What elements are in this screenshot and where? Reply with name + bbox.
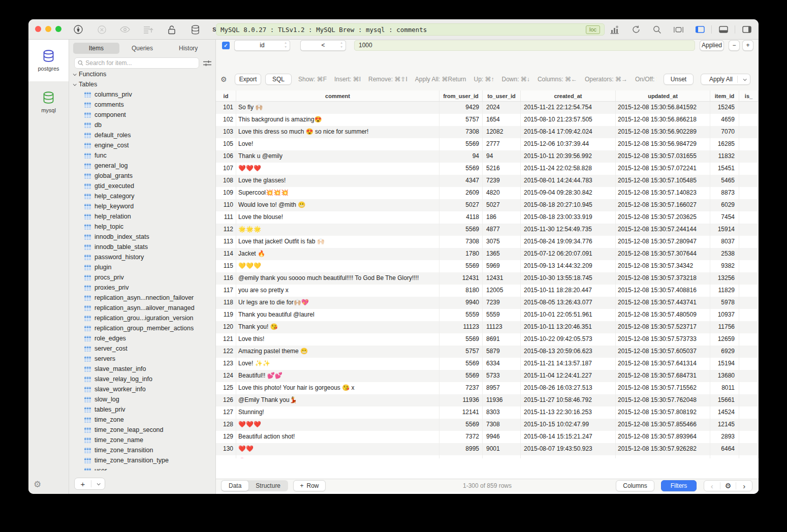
- cell-created-at[interactable]: 2015-10-11 20:39:56.992: [521, 150, 616, 163]
- cell-from-user-id[interactable]: 5569: [439, 333, 483, 346]
- cell-id[interactable]: 128: [216, 419, 236, 431]
- cell-created-at[interactable]: 2015-08-14 17:09:42.024: [521, 126, 616, 138]
- tab-structure[interactable]: Structure: [248, 481, 288, 491]
- cell-from-user-id[interactable]: 5569: [439, 163, 483, 175]
- cell-created-at[interactable]: 2015-11-24 22:02:58.828: [521, 163, 616, 175]
- cell-item-id[interactable]: 8873: [710, 187, 739, 199]
- cell-id[interactable]: 130: [216, 443, 236, 455]
- cell-is[interactable]: [739, 431, 759, 443]
- cell-item-id[interactable]: 15661: [710, 394, 739, 406]
- settings-gear-icon[interactable]: ⚙: [34, 479, 41, 490]
- cell-id[interactable]: 112: [216, 224, 236, 236]
- sidebar-item-table[interactable]: time_zone_leap_second: [69, 425, 215, 435]
- cell-from-user-id[interactable]: 94: [439, 150, 483, 163]
- cell-comment[interactable]: Love the blouse!: [236, 211, 439, 224]
- search-input[interactable]: [85, 59, 196, 67]
- table-row[interactable]: 112 🌟🌟🌟 5569 4877 2015-11-30 12:54:49.73…: [216, 224, 759, 236]
- cell-created-at[interactable]: 2015-10-15 10:02:47.99: [521, 419, 616, 431]
- cell-from-user-id[interactable]: 12141: [439, 406, 483, 419]
- cell-to-user-id[interactable]: 5879: [483, 346, 521, 358]
- cell-updated-at[interactable]: 2015-12-08 15:30:57.641314: [616, 358, 710, 370]
- cell-id[interactable]: 126: [216, 394, 236, 406]
- cell-updated-at[interactable]: 2015-12-08 15:30:57.605037: [616, 346, 710, 358]
- cell-comment[interactable]: Would love to! @mith 😬: [236, 199, 439, 211]
- cell-id[interactable]: 131: [216, 455, 236, 458]
- cell-updated-at[interactable]: 2015-12-08 15:30:57.855466: [616, 419, 710, 431]
- table-row[interactable]: 113 Love that jacket! Outfit is fab 🙌🏻 7…: [216, 236, 759, 248]
- cell-from-user-id[interactable]: 4118: [439, 211, 483, 224]
- cell-to-user-id[interactable]: 4877: [483, 224, 521, 236]
- cell-updated-at[interactable]: 2015-12-08 15:30:57.762048: [616, 394, 710, 406]
- cell-item-id[interactable]: 14524: [710, 406, 739, 419]
- cell-from-user-id[interactable]: 5569: [439, 358, 483, 370]
- cell-from-user-id[interactable]: 5569: [439, 138, 483, 150]
- cell-updated-at[interactable]: 2015-12-08 15:30:57.072241: [616, 163, 710, 175]
- cell-to-user-id[interactable]: 5559: [483, 309, 521, 321]
- cell-to-user-id[interactable]: 12431: [483, 272, 521, 285]
- cell-updated-at[interactable]: 2015-12-08 15:30:57.893964: [616, 431, 710, 443]
- tab-queries[interactable]: Queries: [119, 43, 166, 54]
- cell-comment[interactable]: ❤️❤️: [236, 443, 439, 455]
- cell-id[interactable]: 118: [216, 297, 236, 309]
- columns-button[interactable]: Columns: [616, 480, 654, 491]
- cell-from-user-id[interactable]: 5569: [439, 370, 483, 382]
- connection-title-field[interactable]: MySQL 8.0.27 : TLSv1.2 : MySQL Brew : my…: [216, 23, 605, 36]
- cell-created-at[interactable]: 2015-08-26 16:03:27.513: [521, 382, 616, 394]
- cell-comment[interactable]: Stunning!: [236, 406, 439, 419]
- cell-created-at[interactable]: 2015-11-30 12:54:49.735: [521, 224, 616, 236]
- sidebar-item-table[interactable]: plugin: [69, 262, 215, 272]
- table-row[interactable]: 119 Thank you beautiful @laurel 5559 555…: [216, 309, 759, 321]
- filter-enabled-checkbox[interactable]: ✓: [222, 42, 230, 49]
- connect-icon[interactable]: [73, 24, 83, 35]
- table-row[interactable]: 117 you are so pretty x 8180 12005 2015-…: [216, 285, 759, 297]
- table-row[interactable]: 125 Love this photo! Your hair is gorgeo…: [216, 382, 759, 394]
- cell-comment[interactable]: ❤️❤️❤️: [236, 419, 439, 431]
- cell-item-id[interactable]: 13256: [710, 272, 739, 285]
- cell-updated-at[interactable]: 2015-12-08 15:30:57.715562: [616, 382, 710, 394]
- cell-from-user-id[interactable]: 5569: [439, 419, 483, 431]
- cell-is[interactable]: [739, 455, 759, 458]
- cell-item-id[interactable]: 12659: [710, 333, 739, 346]
- column-header-created-at[interactable]: created_at: [521, 90, 616, 101]
- close-window-button[interactable]: [35, 26, 41, 32]
- cell-comment[interactable]: Amazing pastel theme 😬: [236, 346, 439, 358]
- cell-item-id[interactable]: 12145: [710, 419, 739, 431]
- cell-to-user-id[interactable]: 8303: [483, 406, 521, 419]
- unset-button[interactable]: Unset: [664, 74, 694, 85]
- cell-comment[interactable]: Thank you beautiful @laurel: [236, 309, 439, 321]
- cell-from-user-id[interactable]: 9429: [439, 102, 483, 114]
- table-row[interactable]: 131 🌸 5569 7910 2015-08-24 21:08:52.771 …: [216, 455, 759, 458]
- sidebar-item-table[interactable]: slave_worker_info: [69, 384, 215, 394]
- cell-id[interactable]: 124: [216, 370, 236, 382]
- cell-from-user-id[interactable]: 11123: [439, 321, 483, 333]
- search-icon[interactable]: [652, 25, 662, 35]
- cell-to-user-id[interactable]: 7239: [483, 297, 521, 309]
- table-row[interactable]: 107 ❤️❤️❤️ 5569 5216 2015-11-24 22:02:58…: [216, 163, 759, 175]
- sidebar-item-table[interactable]: db: [69, 120, 215, 130]
- sidebar-item-table[interactable]: time_zone: [69, 415, 215, 425]
- cell-to-user-id[interactable]: 5969: [483, 260, 521, 272]
- cell-from-user-id[interactable]: 7237: [439, 382, 483, 394]
- cell-to-user-id[interactable]: 7910: [483, 455, 521, 458]
- table-row[interactable]: 110 Would love to! @mith 😬 5027 5027 201…: [216, 199, 759, 211]
- cell-id[interactable]: 117: [216, 285, 236, 297]
- sidebar-item-table[interactable]: global_grants: [69, 171, 215, 181]
- cell-created-at[interactable]: 2015-08-14 15:15:21.247: [521, 431, 616, 443]
- cell-is[interactable]: [739, 297, 759, 309]
- cell-comment[interactable]: So fly 🙌🏼: [236, 102, 439, 114]
- tab-history[interactable]: History: [165, 43, 211, 54]
- cell-created-at[interactable]: 2015-11-04 12:24:41.227: [521, 370, 616, 382]
- table-row[interactable]: 114 Jacket 🔥 1780 1365 2015-07-12 06:20:…: [216, 248, 759, 260]
- cell-id[interactable]: 123: [216, 358, 236, 370]
- filters-button[interactable]: Filters: [661, 480, 697, 491]
- cell-from-user-id[interactable]: 5559: [439, 309, 483, 321]
- sidebar-item-table[interactable]: innodb_table_stats: [69, 242, 215, 252]
- sidebar-item-table[interactable]: replication_grou...iguration_version: [69, 313, 215, 323]
- table-row[interactable]: 124 Beautiful!! 💕💕 5569 5733 2015-11-04 …: [216, 370, 759, 382]
- tab-data[interactable]: Data: [222, 481, 248, 491]
- column-header-item-id[interactable]: item_id: [710, 90, 739, 101]
- cell-updated-at[interactable]: 2015-12-08 15:30:57.307644: [616, 248, 710, 260]
- cell-updated-at[interactable]: 2015-12-08 15:30:57.808192: [616, 406, 710, 419]
- cell-to-user-id[interactable]: 9001: [483, 443, 521, 455]
- table-row[interactable]: 115 💛💛💛 5569 5969 2015-09-13 14:44:32.20…: [216, 260, 759, 272]
